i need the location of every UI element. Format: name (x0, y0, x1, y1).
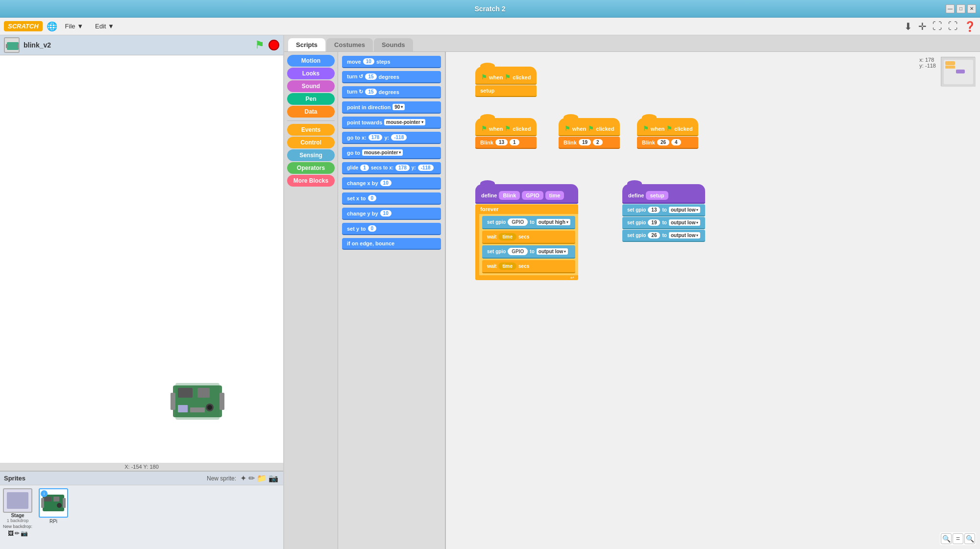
block-setup-gpio-26[interactable]: set gpio 26 to output low (622, 230, 705, 242)
menu-bar: SCRATCH 🌐 File ▼ Edit ▼ ⬇ ✛ ⛶ ⛶ ❓ (0, 18, 980, 35)
import-icon[interactable]: ⬇ (904, 21, 912, 32)
new-sprite-draw-icon[interactable]: ✦ (240, 474, 246, 483)
hat-define-blink[interactable]: define Blink GPIO time (475, 184, 578, 204)
xy-display: x: 178 y: -118 (919, 57, 936, 69)
block-point-direction[interactable]: point in direction 90 (342, 101, 441, 114)
category-pen[interactable]: Pen (287, 93, 335, 105)
tab-costumes[interactable]: Costumes (326, 38, 373, 51)
help-icon[interactable]: ❓ (964, 21, 976, 32)
block-change-x[interactable]: change x by 10 (342, 177, 441, 190)
block-blink-13-1[interactable]: Blink 13 1 (475, 137, 537, 149)
hat-when-clicked-1[interactable]: ⚑ when ⚑ clicked (475, 67, 537, 85)
zoom-in-button[interactable]: 🔍 (941, 533, 952, 544)
block-setup-gpio-13[interactable]: set gpio 13 to output low (622, 204, 705, 216)
forever-body: set gpio GPIO to output high wait time (475, 214, 578, 275)
block-set-x[interactable]: set x to 0 (342, 192, 441, 205)
category-operators[interactable]: Operators (287, 162, 335, 174)
app: SCRATCH 🌐 File ▼ Edit ▼ ⬇ ✛ ⛶ ⛶ ❓ (0, 18, 980, 549)
category-sound[interactable]: Sound (287, 80, 335, 92)
block-turn-cw[interactable]: turn ↻ 15 degrees (342, 86, 441, 98)
file-menu[interactable]: File ▼ (61, 21, 87, 32)
category-data[interactable]: Data (287, 106, 335, 118)
block-set-gpio-high[interactable]: set gpio GPIO to output high (482, 216, 575, 229)
category-looks[interactable]: Looks (287, 68, 335, 79)
minimize-button[interactable]: — (946, 4, 955, 13)
stage-item[interactable]: Stage 1 backdrop New backdrop: 🖼 ✏ 📷 (3, 488, 32, 537)
svg-rect-18 (41, 498, 44, 508)
category-control[interactable]: Control (287, 137, 335, 148)
backdrop-paint-icon[interactable]: ✏ (15, 530, 20, 537)
svg-point-22 (57, 503, 62, 508)
block-setup-gpio-19[interactable]: set gpio 19 to output low (622, 217, 705, 229)
new-sprite-edit-icon[interactable]: ✏ (248, 474, 255, 483)
svg-rect-26 (945, 66, 955, 69)
svg-rect-2 (6, 44, 8, 48)
new-sprite-camera-icon[interactable]: 📷 (269, 474, 278, 483)
tab-scripts[interactable]: Scripts (288, 38, 325, 51)
category-events[interactable]: Events (287, 124, 335, 136)
stage-sub-label: 1 backdrop (7, 518, 29, 523)
block-blink-26-4[interactable]: Blink 26 4 (637, 137, 698, 149)
stage-header: blink_v2 ⚑ (0, 35, 283, 55)
category-motion[interactable]: Motion (287, 55, 335, 67)
block-blink-19-2[interactable]: Blink 19 2 (559, 137, 620, 149)
block-point-towards[interactable]: point towards mouse-pointer (342, 117, 441, 129)
export-icon[interactable]: ✛ (918, 21, 927, 32)
fullscreen-icon[interactable]: ⛶ (932, 21, 942, 32)
block-change-y[interactable]: change y by 10 (342, 208, 441, 220)
rpi-sprite[interactable] (171, 381, 224, 424)
block-goto-mousepointer[interactable]: go to mouse-pointer (342, 147, 441, 159)
block-wait-time-2[interactable]: wait time secs (482, 260, 575, 273)
block-wait-time-1[interactable]: wait time secs (482, 231, 575, 244)
maximize-button[interactable]: □ (956, 4, 965, 13)
close-button[interactable]: ✕ (967, 4, 976, 13)
new-sprite-folder-icon[interactable]: 📁 (257, 474, 267, 483)
category-divider (287, 120, 335, 121)
svg-rect-1 (7, 42, 19, 50)
block-goto-xy[interactable]: go to x: 178 y: -118 (342, 132, 441, 144)
new-sprite-label: New sprite: (207, 475, 236, 482)
svg-rect-10 (178, 405, 188, 412)
hat-when-clicked-4[interactable]: ⚑ when ⚑ clicked (637, 118, 698, 136)
svg-rect-3 (18, 44, 20, 48)
present-icon[interactable]: ⛶ (948, 21, 958, 32)
sprite-rpi-label: RPi (49, 519, 57, 524)
block-set-gpio-low[interactable]: set gpio GPIO to output low (482, 245, 575, 259)
block-glide[interactable]: glide 1 secs to x: 178 y: -118 (342, 162, 441, 174)
green-flag-button[interactable]: ⚑ (255, 39, 265, 51)
svg-rect-21 (53, 497, 59, 501)
hat-when-clicked-3[interactable]: ⚑ when ⚑ clicked (559, 118, 620, 136)
zoom-out-button[interactable]: 🔍 (964, 533, 975, 544)
sprite-item-rpi[interactable]: i RPi (36, 488, 71, 524)
category-sensing[interactable]: Sensing (287, 149, 335, 161)
block-if-on-edge-bounce[interactable]: if on edge, bounce (342, 238, 441, 250)
toolbar-icons: ⬇ ✛ ⛶ ⛶ ❓ (904, 21, 976, 32)
forever-header[interactable]: forever (475, 204, 578, 214)
backdrop-camera-icon[interactable]: 📷 (21, 530, 28, 537)
forever-footer: ↩ (475, 275, 578, 280)
zoom-reset-button[interactable]: = (953, 533, 963, 544)
svg-rect-11 (190, 407, 205, 412)
sprite-info-badge[interactable]: i (41, 490, 48, 497)
stop-button[interactable] (269, 40, 279, 50)
workspace[interactable]: x: 178 y: -118 ⚑ when ⚑ clicked (446, 52, 980, 549)
tabs: Scripts Costumes Sounds (284, 35, 980, 52)
stage-label: Stage (11, 513, 24, 518)
svg-point-13 (207, 405, 212, 410)
rpi-sprite-box[interactable]: i (39, 488, 68, 518)
category-more-blocks[interactable]: More Blocks (287, 175, 335, 187)
language-icon[interactable]: 🌐 (47, 21, 57, 32)
block-move-steps[interactable]: move 10 steps (342, 56, 441, 68)
minimap (941, 57, 975, 86)
stage-thumbnail[interactable] (3, 488, 32, 513)
block-turn-ccw[interactable]: turn ↺ 15 degrees (342, 71, 441, 83)
stage-coordinates: X: -154 Y: 180 (0, 463, 283, 471)
backdrop-image-icon[interactable]: 🖼 (8, 530, 14, 537)
hat-when-clicked-2[interactable]: ⚑ when ⚑ clicked (475, 118, 537, 136)
hat-define-setup[interactable]: define setup (622, 184, 705, 204)
block-set-y[interactable]: set y to 0 (342, 223, 441, 235)
edit-menu[interactable]: Edit ▼ (91, 21, 118, 32)
svg-rect-5 (171, 393, 175, 410)
block-setup-1[interactable]: setup (475, 85, 537, 97)
tab-sounds[interactable]: Sounds (374, 38, 413, 51)
